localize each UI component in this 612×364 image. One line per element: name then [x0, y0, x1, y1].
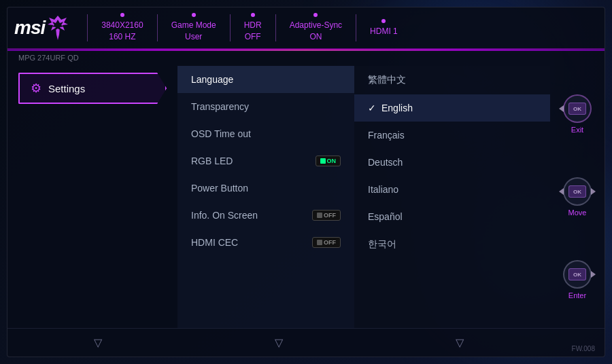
settings-label: Settings — [48, 83, 85, 94]
move-ok-indicator: OK — [568, 185, 586, 198]
refresh-value: 160 HZ — [101, 31, 143, 43]
exit-circle: OK — [563, 94, 592, 123]
hdmi-cec-badge: OFF — [312, 237, 341, 248]
hdmi-value: HDMI 1 — [370, 26, 398, 37]
header-divider-4 — [275, 14, 276, 41]
lang-item-german[interactable]: Deutsch — [354, 149, 550, 176]
gear-icon: ⚙ — [31, 81, 41, 96]
game-mode-display: Game Mode User — [163, 13, 224, 43]
header-divider-1 — [87, 14, 88, 41]
badge-dot-off-2 — [317, 240, 322, 245]
enter-ok-indicator: OK — [568, 268, 586, 280]
lang-item-italian[interactable]: Italiano — [354, 176, 550, 203]
move-control[interactable]: OK Move — [563, 177, 592, 217]
exit-ok-indicator: OK — [568, 103, 586, 115]
chevron-down-icon-3: ▽ — [456, 336, 464, 349]
badge-dot-on — [320, 158, 326, 164]
hdmi-display: HDMI 1 — [362, 19, 406, 37]
lang-item-spanish[interactable]: Español — [354, 203, 550, 230]
osd-container: msi 3840X2160 160 HZ Game Mode User HDR … — [7, 7, 605, 357]
move-label: Move — [568, 208, 587, 217]
menu-item-language[interactable]: Language — [177, 66, 354, 93]
rgb-led-badge: ON — [316, 156, 341, 166]
scroll-indicator-1: ▽ — [7, 336, 188, 349]
enter-control[interactable]: OK Enter — [563, 260, 592, 299]
exit-arrow-left — [559, 105, 564, 112]
logo: msi — [14, 14, 68, 41]
chevron-down-icon-2: ▽ — [275, 336, 283, 349]
lang-item-english[interactable]: English — [354, 94, 550, 122]
menu-panel: Language Transparency OSD Time out RGB L… — [177, 66, 354, 328]
adaptive-sync-value: ON — [290, 31, 342, 43]
adaptive-sync-dot — [313, 13, 318, 17]
menu-item-power-button[interactable]: Power Button — [177, 175, 354, 202]
info-on-screen-badge: OFF — [312, 210, 341, 221]
badge-dot-off — [317, 213, 322, 218]
menu-item-transparency[interactable]: Transparency — [177, 93, 354, 120]
move-arrow-right — [591, 188, 596, 195]
header-divider-5 — [356, 14, 356, 41]
menu-item-rgb-led[interactable]: RGB LED ON — [177, 147, 354, 175]
gradient-divider — [7, 50, 605, 51]
logo-text: msi — [14, 17, 45, 39]
enter-circle: OK — [563, 260, 592, 289]
resolution-value: 3840X2160 — [101, 20, 143, 31]
scroll-indicator-3: ▽ — [369, 336, 550, 349]
bottom-bar: ▽ ▽ ▽ FW.008 — [7, 328, 605, 357]
main-content: ⚙ Settings Language Transparency OSD Tim… — [7, 66, 605, 328]
firmware-version: FW.008 — [572, 345, 595, 352]
exit-control[interactable]: OK Exit — [563, 94, 592, 134]
adaptive-sync-display: Adaptive-Sync ON — [282, 13, 350, 43]
header-divider-2 — [157, 14, 158, 41]
game-mode-label: Game Mode — [171, 20, 216, 31]
exit-label: Exit — [571, 126, 583, 134]
game-mode-value: User — [171, 31, 216, 43]
scroll-indicator-2: ▽ — [188, 336, 369, 349]
enter-arrow-right — [591, 271, 596, 278]
menu-item-hdmi-cec[interactable]: HDMI CEC OFF — [177, 229, 354, 256]
resolution-dot — [120, 13, 124, 17]
lang-item-french[interactable]: Français — [354, 122, 550, 149]
menu-item-info-on-screen[interactable]: Info. On Screen OFF — [177, 202, 354, 229]
hdr-label: HDR — [244, 20, 262, 31]
adaptive-sync-label: Adaptive-Sync — [290, 20, 342, 31]
lang-item-traditional-chinese[interactable]: 繁體中文 — [354, 66, 550, 94]
move-circle: OK — [563, 177, 592, 206]
resolution-display: 3840X2160 160 HZ — [93, 13, 151, 43]
language-panel: 繁體中文 English Français Deutsch Italiano E… — [354, 66, 550, 328]
hdr-value: OFF — [244, 31, 262, 43]
enter-label: Enter — [568, 291, 586, 299]
sidebar: ⚙ Settings — [7, 66, 177, 328]
move-arrow-left — [559, 188, 564, 195]
hdr-display: HDR OFF — [236, 13, 270, 43]
chevron-down-icon-1: ▽ — [94, 336, 102, 349]
settings-button[interactable]: ⚙ Settings — [18, 73, 167, 104]
model-name: MPG 274URF QD — [7, 50, 605, 66]
dragon-icon — [48, 14, 68, 41]
hdmi-dot — [381, 19, 386, 23]
hdr-dot — [251, 13, 255, 17]
game-mode-dot — [192, 13, 196, 17]
right-controls: OK Exit OK Move — [550, 66, 605, 328]
menu-item-osd-timeout[interactable]: OSD Time out — [177, 120, 354, 147]
header-divider-3 — [230, 14, 231, 41]
lang-item-korean[interactable]: 한국어 — [354, 230, 550, 259]
header-bar: msi 3840X2160 160 HZ Game Mode User HDR … — [7, 7, 605, 50]
